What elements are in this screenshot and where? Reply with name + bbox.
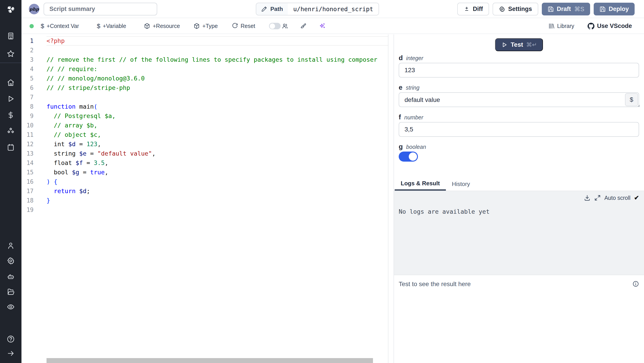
code-line[interactable]: // remove the first // of the following … <box>46 55 388 64</box>
help-question-icon[interactable] <box>6 335 15 343</box>
field-name: d <box>399 54 403 62</box>
field-type: number <box>404 114 423 121</box>
code-line[interactable] <box>46 46 388 55</box>
line-number: 13 <box>22 149 46 158</box>
folders-icon[interactable] <box>6 288 15 296</box>
code-line[interactable]: // // stripe/stripe-php <box>46 83 388 92</box>
status-dot <box>30 24 34 28</box>
github-icon <box>588 22 594 30</box>
workspace-building-icon[interactable] <box>6 32 15 40</box>
path-edit-section[interactable]: Path <box>256 3 288 15</box>
add-resource-button[interactable]: +Resource <box>144 18 180 33</box>
workers-robot-icon[interactable] <box>6 272 15 281</box>
field-name: e <box>399 84 402 91</box>
code-line[interactable] <box>46 92 388 102</box>
php-language-badge: php <box>29 4 39 14</box>
pencil-icon <box>261 6 267 12</box>
tab-logs-result[interactable]: Logs & Result <box>395 177 446 191</box>
use-vscode-button[interactable]: Use VScode <box>588 18 632 33</box>
sidebar-divider <box>0 63 22 63</box>
code-line[interactable]: string $e = "default value", <box>46 149 388 158</box>
code-line[interactable]: // object $c, <box>46 130 388 139</box>
toggle-track[interactable] <box>269 23 281 29</box>
auto-scroll-checkmark[interactable]: ✔ <box>634 194 639 201</box>
field-input-e[interactable]: default value <box>399 92 639 107</box>
format-brush-icon[interactable] <box>300 18 306 33</box>
top-header: php Path u/henri/honored_script Diff Set… <box>22 0 644 18</box>
code-line[interactable]: // // monolog/monolog@3.6.0 <box>46 74 388 83</box>
runs-play-icon[interactable] <box>6 94 15 103</box>
library-button[interactable]: Library <box>548 18 574 33</box>
windmill-logo-icon[interactable] <box>4 3 17 16</box>
line-number: 1 <box>22 36 46 46</box>
settings-button[interactable]: Settings <box>492 3 538 15</box>
code-line[interactable]: bool $g = true, <box>46 168 388 177</box>
code-line[interactable] <box>46 205 388 215</box>
code-line[interactable]: function main( <box>46 102 388 111</box>
test-button[interactable]: Test ⌘↵ <box>495 38 543 51</box>
audit-eye-icon[interactable] <box>6 303 15 311</box>
logs-tabs: Logs & Result History <box>394 177 644 191</box>
code-line[interactable]: // // require: <box>46 64 388 74</box>
reset-button[interactable]: Reset <box>232 18 255 33</box>
settings-gear-icon[interactable] <box>6 257 15 265</box>
multiplayer-users-icon[interactable] <box>282 18 288 33</box>
tab-history[interactable]: History <box>446 177 476 191</box>
path-label: Path <box>270 5 283 12</box>
line-number: 3 <box>22 55 46 64</box>
code-line[interactable]: } <box>46 196 388 205</box>
code-line[interactable]: ) { <box>46 177 388 186</box>
script-summary-input[interactable] <box>44 3 157 15</box>
dollar-icon: $ <box>41 22 44 30</box>
diff-mode-toggle[interactable] <box>269 18 281 33</box>
boolean-toggle-on[interactable] <box>399 152 418 162</box>
line-number: 11 <box>22 130 46 139</box>
line-number: 7 <box>22 92 46 102</box>
info-icon[interactable] <box>632 281 639 287</box>
path-chip[interactable]: Path u/henri/honored_script <box>256 3 379 15</box>
field-type: integer <box>406 55 423 61</box>
save-icon <box>600 6 606 12</box>
resources-cubes-icon[interactable] <box>6 127 15 135</box>
path-value[interactable]: u/henri/honored_script <box>288 3 378 15</box>
expand-sidebar-arrow-icon[interactable] <box>6 349 15 358</box>
editor-toolbar: $ +Context Var $ +Variable +Resource +Ty… <box>22 18 644 34</box>
inputs-panel: Test ⌘↵ d integer e string default value… <box>394 34 644 363</box>
line-number: 19 <box>22 205 46 215</box>
variables-dollar-icon[interactable] <box>6 111 15 119</box>
code-line[interactable]: <?php <box>46 36 388 46</box>
line-number: 12 <box>22 139 46 149</box>
play-icon <box>501 41 508 48</box>
add-type-button[interactable]: +Type <box>194 18 218 33</box>
diff-button[interactable]: Diff <box>457 3 489 15</box>
field-input-f[interactable] <box>399 122 639 137</box>
deploy-button[interactable]: Deploy <box>594 3 634 15</box>
download-logs-icon[interactable] <box>584 194 590 201</box>
field-label-f: f number <box>399 113 423 121</box>
add-variable-button[interactable]: $ +Variable <box>97 18 126 33</box>
draft-button[interactable]: Draft ⌘S <box>542 3 590 15</box>
field-input-d[interactable] <box>399 63 639 77</box>
expand-logs-icon[interactable] <box>594 194 601 201</box>
code-editor[interactable]: 12345678910111213141516171819 <?php// re… <box>22 34 388 363</box>
dollar-icon: $ <box>97 22 100 30</box>
add-context-var-button[interactable]: $ +Context Var <box>41 18 79 33</box>
ai-sparkles-icon[interactable] <box>319 18 325 33</box>
schedules-calendar-icon[interactable] <box>6 143 15 152</box>
favorites-star-icon[interactable] <box>6 49 15 58</box>
left-sidebar <box>0 0 22 363</box>
code-line[interactable]: // Postgresql $a, <box>46 111 388 121</box>
code-line[interactable]: int $d = 123, <box>46 139 388 149</box>
line-number: 14 <box>22 158 46 168</box>
user-icon[interactable] <box>6 241 15 250</box>
field-type: string <box>406 84 420 91</box>
library-label: Library <box>557 23 574 29</box>
code-lines[interactable]: <?php// remove the first // of the follo… <box>46 36 388 215</box>
home-icon[interactable] <box>6 78 15 87</box>
code-line[interactable]: // array $b, <box>46 121 388 130</box>
code-line[interactable]: float $f = 3.5, <box>46 158 388 168</box>
resize-handle-icon[interactable] <box>636 103 640 107</box>
horizontal-scrollbar[interactable] <box>46 358 373 363</box>
library-icon <box>548 23 555 29</box>
code-line[interactable]: return $d; <box>46 186 388 196</box>
